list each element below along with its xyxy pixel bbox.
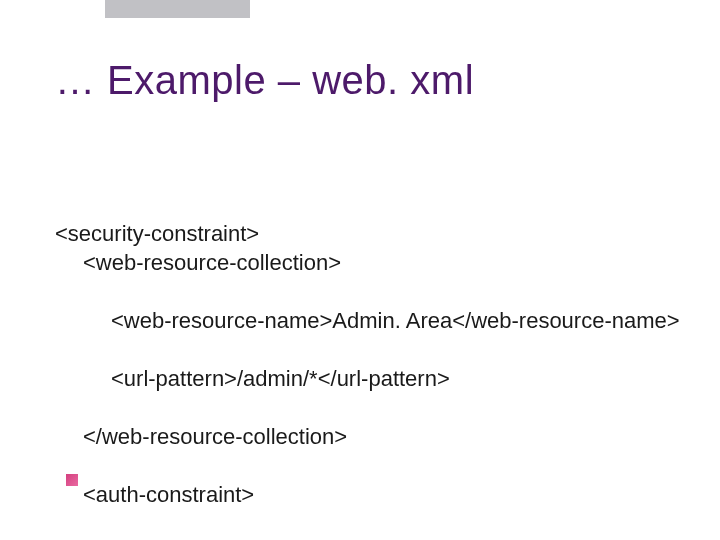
slide: … Example – web. xml <security-constrain… xyxy=(0,0,720,540)
code-line: <security-constraint> xyxy=(55,221,259,246)
accent-square-icon xyxy=(66,474,78,486)
code-line: <auth-constraint> xyxy=(55,480,680,509)
slide-title: … Example – web. xml xyxy=(55,58,474,103)
code-line: <url-pattern>/admin/*</url-pattern> xyxy=(55,364,680,393)
code-line: </web-resource-collection> xyxy=(55,422,680,451)
code-line: <web-resource-collection> xyxy=(55,248,680,277)
top-decoration-bar xyxy=(105,0,250,18)
code-line: <web-resource-name>Admin. Area</web-reso… xyxy=(55,306,680,335)
code-block: <security-constraint> <web-resource-coll… xyxy=(55,190,680,540)
